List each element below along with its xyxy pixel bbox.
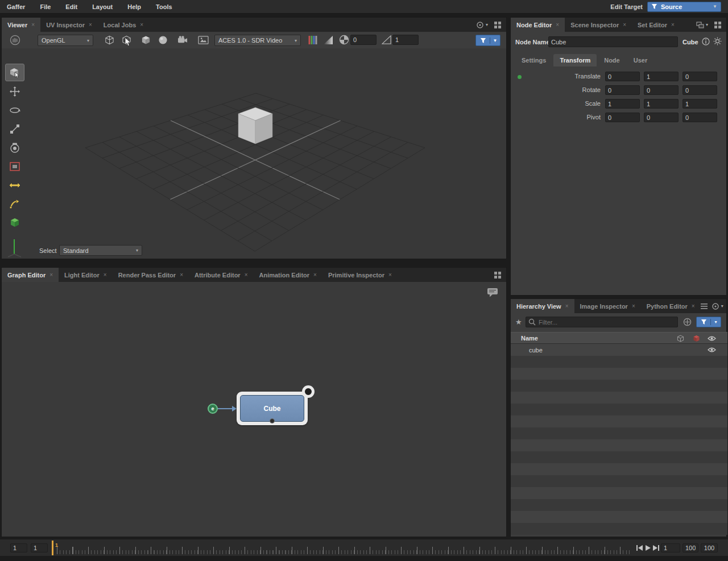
- close-icon[interactable]: ×: [556, 22, 559, 28]
- cube-3d-object[interactable]: [238, 107, 272, 144]
- translate-x-field[interactable]: [605, 72, 640, 81]
- exclude-cube-column-icon[interactable]: [693, 335, 700, 342]
- camera-hand-icon[interactable]: [10, 35, 20, 45]
- annotation-note-icon[interactable]: [487, 288, 498, 297]
- scale-z-field[interactable]: [682, 99, 717, 109]
- current-frame-field[interactable]: [31, 543, 48, 552]
- expression-input-node[interactable]: e: [208, 404, 218, 414]
- editor-focus-menu[interactable]: ▾: [476, 21, 488, 29]
- play-button[interactable]: [645, 545, 651, 551]
- scene-cube-column-icon[interactable]: [677, 335, 684, 342]
- skip-to-start-button[interactable]: [636, 545, 643, 551]
- scale-x-field[interactable]: [605, 99, 640, 109]
- node-graph-canvas[interactable]: e Cube: [2, 282, 506, 537]
- viewer-filter-button[interactable]: ▼: [475, 35, 500, 46]
- close-icon[interactable]: ×: [313, 272, 317, 278]
- layout-grid-icon[interactable]: [494, 271, 502, 279]
- end-frame-field[interactable]: [682, 543, 698, 552]
- shading-sphere-icon[interactable]: [158, 35, 168, 45]
- close-icon[interactable]: ×: [692, 303, 695, 309]
- node-output-port[interactable]: [302, 385, 315, 398]
- close-icon[interactable]: ×: [49, 272, 53, 278]
- filter-settings-icon[interactable]: [683, 318, 692, 326]
- rotate-y-field[interactable]: [644, 85, 679, 95]
- renderer-dropdown[interactable]: OpenGL ▾: [38, 35, 93, 46]
- pivot-x-field[interactable]: [605, 113, 640, 122]
- gear-icon[interactable]: [713, 37, 722, 45]
- tab-node-editor[interactable]: Node Editor ×: [511, 18, 565, 32]
- close-icon[interactable]: ×: [565, 303, 569, 309]
- subtab-transform[interactable]: Transform: [553, 54, 597, 67]
- tab-primitive-inspector[interactable]: Primitive Inspector ×: [322, 268, 398, 282]
- select-mode-dropdown[interactable]: Standard ▾: [59, 245, 142, 256]
- hierarchy-row-cube[interactable]: cube: [511, 344, 727, 356]
- tab-set-editor[interactable]: Set Editor ×: [632, 18, 680, 32]
- tab-render-pass-editor[interactable]: Render Pass Editor ×: [113, 268, 189, 282]
- exposure-field[interactable]: [350, 35, 377, 45]
- tab-graph-editor[interactable]: Graph Editor ×: [2, 268, 59, 282]
- pivot-y-field[interactable]: [644, 113, 679, 122]
- menu-tools[interactable]: Tools: [156, 3, 172, 10]
- playhead[interactable]: [52, 541, 53, 555]
- close-icon[interactable]: ×: [140, 22, 143, 28]
- menu-help[interactable]: Help: [127, 3, 141, 10]
- viewport-3d[interactable]: Select Standard ▾: [2, 48, 506, 259]
- close-icon[interactable]: ×: [104, 272, 107, 278]
- tab-viewer[interactable]: Viewer ×: [2, 18, 40, 32]
- editor-focus-menu[interactable]: ▾: [712, 302, 723, 310]
- layout-grid-icon[interactable]: [494, 21, 502, 29]
- pivot-z-field[interactable]: [682, 113, 717, 122]
- frame-entry-field[interactable]: [661, 543, 680, 552]
- close-icon[interactable]: ×: [180, 272, 183, 278]
- tab-scene-inspector[interactable]: Scene Inspector ×: [565, 18, 632, 32]
- tab-image-inspector[interactable]: Image Inspector ×: [574, 299, 641, 313]
- tool-camera-button[interactable]: [5, 139, 24, 156]
- menu-gaffer[interactable]: Gaffer: [7, 3, 25, 10]
- skip-to-end-button[interactable]: [652, 545, 660, 551]
- frame-ruler[interactable]: [57, 542, 631, 554]
- camera-icon[interactable]: [177, 35, 188, 45]
- editor-links-menu[interactable]: ▾: [696, 22, 708, 28]
- tool-scale-button[interactable]: [5, 120, 24, 138]
- gradient-ramp-icon[interactable]: [323, 35, 333, 45]
- tool-light-translate-button[interactable]: [5, 176, 24, 194]
- hierarchy-filter-button[interactable]: ▾: [696, 317, 721, 327]
- edit-target-source-button[interactable]: Source ▼: [647, 2, 721, 12]
- tab-animation-editor[interactable]: Animation Editor ×: [253, 268, 322, 282]
- visibility-eye-column-icon[interactable]: [708, 335, 716, 342]
- shading-solid-icon[interactable]: [141, 35, 151, 45]
- close-icon[interactable]: ×: [623, 22, 626, 28]
- node-name-input[interactable]: [548, 36, 678, 47]
- tab-light-editor[interactable]: Light Editor ×: [59, 268, 113, 282]
- close-icon[interactable]: ×: [245, 272, 248, 278]
- tab-local-jobs[interactable]: Local Jobs ×: [98, 18, 149, 32]
- info-icon[interactable]: [702, 38, 710, 45]
- menu-file[interactable]: File: [40, 3, 51, 10]
- node-out-plug[interactable]: [270, 418, 275, 423]
- bookmark-star-icon[interactable]: ★: [515, 318, 522, 326]
- range-end-field[interactable]: [701, 543, 718, 552]
- connection-edge[interactable]: [218, 408, 233, 409]
- cube-node-body[interactable]: Cube: [240, 395, 304, 422]
- gamma-icon[interactable]: [382, 35, 391, 44]
- tab-list-icon[interactable]: [701, 304, 708, 309]
- rgb-channels-icon[interactable]: [308, 35, 317, 45]
- tool-edit-scope-button[interactable]: [5, 214, 24, 231]
- tool-light-look-through-button[interactable]: [5, 195, 24, 213]
- tool-crop-window-button[interactable]: [5, 157, 24, 175]
- tab-hierarchy-view[interactable]: Hierarchy View ×: [511, 299, 574, 313]
- layout-grid-icon[interactable]: [714, 21, 722, 29]
- visibility-eye-icon[interactable]: [708, 347, 716, 353]
- close-icon[interactable]: ×: [31, 22, 35, 28]
- subtab-user[interactable]: User: [627, 54, 653, 67]
- close-icon[interactable]: ×: [388, 272, 392, 278]
- translate-y-field[interactable]: [644, 72, 679, 81]
- exposure-icon[interactable]: [339, 35, 349, 45]
- range-start-field[interactable]: [10, 543, 27, 552]
- gamma-field[interactable]: [392, 35, 419, 45]
- close-icon[interactable]: ×: [89, 22, 92, 28]
- image-frame-icon[interactable]: [198, 35, 209, 45]
- subtab-node[interactable]: Node: [598, 54, 626, 67]
- subtab-settings[interactable]: Settings: [515, 54, 552, 67]
- rotate-z-field[interactable]: [682, 85, 717, 95]
